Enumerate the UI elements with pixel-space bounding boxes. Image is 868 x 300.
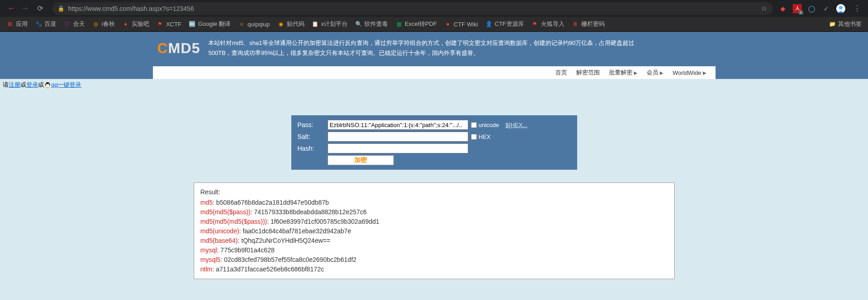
hash-name: md5(md5($pass)) (201, 208, 250, 216)
browser-menu-icon[interactable]: ⋮ (853, 4, 861, 13)
chevron-right-icon: ▶ (703, 70, 706, 75)
result-line: md5(md5(md5($pass))): 1f60e83997d1cf0057… (201, 217, 668, 226)
result-line: md5: b5086a676b8dac2a181dd947e50db87b (201, 198, 668, 207)
result-line: mysql: 775c9b9f01a4c628 (201, 246, 668, 255)
result-line: md5(md5($pass)): 741579333b8bdeabdda8828… (201, 207, 668, 217)
url-text: https://www.cmd5.com/hash.aspx?s=123456 (68, 5, 758, 12)
bookmark-ctfres[interactable]: 👤CTF资源库 (481, 18, 527, 30)
result-line: mysql5: 02cd83cfed798b57ef55fca8c0e2690b… (201, 255, 668, 265)
apps-button[interactable]: ⊞应用 (3, 18, 31, 30)
ext-icon-1[interactable]: ◆ (778, 4, 787, 13)
back-button[interactable]: ← (7, 4, 15, 13)
bookmark-firefox[interactable]: ⚑火狐导入 (528, 18, 568, 30)
hex-checkbox[interactable] (471, 134, 477, 140)
pass-label: Pass: (298, 121, 325, 128)
result-line: md5(unicode): faa0c1dc84c4baf781ebae32d9… (201, 226, 668, 236)
hex-link[interactable]: $[HEX... (505, 122, 527, 128)
hash-name: mysql (201, 246, 217, 254)
bookmark-xplan[interactable]: 📋x计划平台 (308, 18, 352, 30)
result-title: Result: (201, 187, 668, 197)
bookmark-xctf[interactable]: ⚑XCTF (153, 19, 185, 30)
hash-value: : tQhqZ2uNrCoYHdlH5Q24ew== (238, 237, 330, 244)
qq-icon (44, 82, 51, 89)
hash-value: : 741579333b8bdeabdda8828b12e257c6 (250, 208, 367, 216)
hash-value: : faa0c1dc84c4baf781ebae32d942ab7e (239, 227, 351, 235)
result-box: Result: md5: b5086a676b8dac2a181dd947e50… (194, 182, 675, 279)
svg-point-3 (46, 84, 49, 88)
site-description: 本站针对md5、sha1等全球通用公开的加密算法进行反向查询，通过穷举字符组合的… (208, 38, 635, 58)
hash-form: Pass: unicode $[HEX... Salt: HEX Hash: 加… (291, 115, 577, 170)
hash-name: md5(md5(md5($pass))) (201, 218, 267, 225)
salt-input[interactable] (328, 132, 468, 142)
bookmark-star-icon[interactable]: ☆ (761, 4, 767, 13)
hash-name: mysql5 (201, 256, 221, 263)
qq-login-link[interactable]: qq一键登录 (51, 81, 81, 88)
hash-value: : a711a3d71faccae526eb8c686bf8172c (212, 266, 324, 273)
nav-scope[interactable]: 解密范围 (572, 69, 604, 77)
unicode-label: unicode (479, 122, 500, 128)
bookmark-excel2pdf[interactable]: ▦Excel转PDF (392, 18, 441, 30)
bookmark-hetian[interactable]: 🛡合天 (60, 18, 88, 30)
hash-name: ntlm (201, 266, 212, 273)
bookmark-baidu[interactable]: 🐾百度 (31, 18, 60, 30)
hash-name: md5(base64) (201, 237, 238, 244)
salt-label: Salt: (298, 133, 325, 140)
reload-button[interactable]: ⟳ (37, 4, 43, 13)
login-link[interactable]: 登录 (26, 81, 38, 88)
nav-home[interactable]: 首页 (551, 69, 572, 77)
svg-point-1 (839, 6, 843, 10)
result-line: ntlm: a711a3d71faccae526eb8c686bf8172c (201, 265, 668, 274)
chevron-right-icon: ▶ (634, 70, 638, 75)
forward-button[interactable]: → (21, 4, 29, 13)
bookmarks-bar: ⊞应用 🐾百度 🛡合天 ◎i春秋 ●实验吧 ⚑XCTF 🔤Google 翻译 ○… (0, 17, 868, 32)
hash-value: : 775c9b9f01a4c628 (217, 246, 275, 254)
hash-input[interactable] (328, 143, 468, 153)
bookmark-fence[interactable]: 🗎栅栏密码 (568, 18, 608, 30)
extension-icons: ◆ 人1 ◯ ✓ ⋮ (778, 4, 864, 13)
svg-point-4 (46, 84, 47, 84)
nav-member[interactable]: 会员▶ (642, 69, 668, 77)
unicode-checkbox[interactable] (471, 122, 477, 128)
encrypt-button[interactable]: 加密 (328, 155, 394, 165)
bookmark-quipqiup[interactable]: ○quipqiup (234, 19, 273, 30)
hash-value: : b5086a676b8dac2a181dd947e50db87b (213, 199, 329, 206)
site-logo[interactable]: CMD5 (157, 40, 201, 57)
login-prompt: 请注册或登录或qq一键登录 (0, 79, 868, 91)
hash-value: : 1f60e83997d1cf005785c9b302a69dd1 (267, 218, 380, 225)
ext-icon-pdf[interactable]: 人1 (793, 4, 802, 13)
hash-label: Hash: (298, 145, 325, 152)
nav-worldwide[interactable]: WorldWide▶ (668, 69, 711, 76)
chevron-right-icon: ▶ (660, 70, 663, 75)
hash-name: md5 (201, 199, 213, 206)
browser-toolbar: ← → ⟳ 🔒 https://www.cmd5.com/hash.aspx?s… (0, 0, 868, 17)
register-link[interactable]: 注册 (9, 81, 20, 88)
ext-icon-circle[interactable]: ◯ (807, 4, 816, 13)
other-bookmarks[interactable]: 📁其他书签 (825, 18, 865, 30)
svg-point-5 (48, 84, 49, 84)
bookmark-tiedaima[interactable]: ◉贴代码 (274, 18, 308, 30)
bookmark-ctfwiki[interactable]: ●CTF Wiki (441, 19, 481, 30)
pass-input[interactable] (328, 120, 468, 130)
page-header: CMD5 本站针对md5、sha1等全球通用公开的加密算法进行反向查询，通过穷举… (0, 32, 868, 79)
lock-icon: 🔒 (58, 5, 64, 12)
bookmark-ichunqiu[interactable]: ◎i春秋 (88, 18, 118, 30)
hash-name: md5(unicode) (201, 227, 240, 235)
nav-batch[interactable]: 批量解密▶ (604, 69, 642, 77)
nav-menu: 首页 解密范围 批量解密▶ 会员▶ WorldWide▶ (153, 66, 716, 79)
bookmark-shiyanba[interactable]: ●实验吧 (118, 18, 153, 30)
nav-arrows: ← → ⟳ (4, 4, 47, 13)
bookmark-google-translate[interactable]: 🔤Google 翻译 (185, 18, 235, 30)
result-line: md5(base64): tQhqZ2uNrCoYHdlH5Q24ew== (201, 236, 668, 246)
bookmark-virus[interactable]: 🔍软件查毒 (351, 18, 392, 30)
url-bar[interactable]: 🔒 https://www.cmd5.com/hash.aspx?s=12345… (52, 2, 773, 15)
ext-icon-avatar[interactable] (836, 4, 845, 13)
hex-label: HEX (479, 133, 491, 140)
ext-icon-check[interactable]: ✓ (822, 4, 831, 13)
hash-value: : 02cd83cfed798b57ef55fca8c0e2690bc2b61d… (221, 256, 357, 263)
